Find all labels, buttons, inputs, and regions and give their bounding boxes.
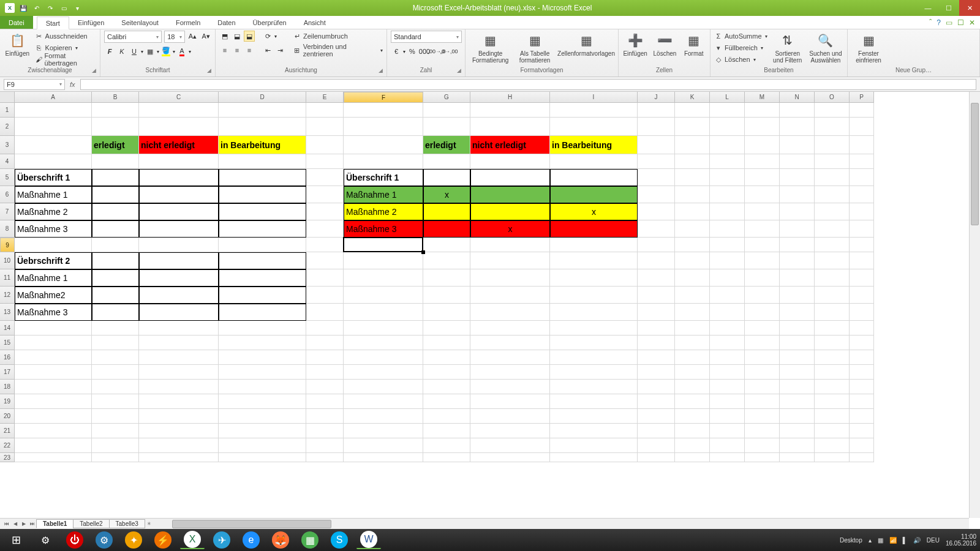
cell-O10[interactable] [815, 252, 850, 269]
font-color-button[interactable]: A [176, 46, 187, 57]
cell-J22[interactable] [638, 438, 675, 453]
cell-M6[interactable] [745, 186, 780, 203]
cell-O16[interactable] [815, 350, 850, 365]
cell-L6[interactable] [710, 186, 745, 203]
vscroll-thumb[interactable] [971, 103, 979, 225]
cell-I10[interactable] [550, 252, 638, 269]
cell-D13[interactable] [219, 304, 306, 321]
dialog-launcher-icon[interactable]: ◢ [379, 67, 383, 73]
cell-J18[interactable] [638, 380, 675, 394]
cell-H22[interactable] [470, 438, 550, 453]
cell-G12[interactable] [423, 287, 470, 304]
cell-P3[interactable] [850, 136, 874, 154]
cell-A6[interactable]: Maßnahme 1 [15, 186, 92, 203]
cell-C17[interactable] [139, 365, 219, 380]
sheet-last-icon[interactable]: ⏭ [28, 520, 37, 528]
cell-A22[interactable] [15, 438, 92, 453]
cell-O13[interactable] [815, 304, 850, 321]
cell-B3[interactable]: erledigt [92, 136, 139, 154]
tab-review[interactable]: Überprüfen [244, 16, 295, 29]
cell-M19[interactable] [745, 394, 780, 409]
taskbar-excel-icon[interactable]: X [184, 531, 201, 548]
cell-H21[interactable] [470, 424, 550, 438]
cell-P10[interactable] [850, 252, 874, 269]
cell-P17[interactable] [850, 365, 874, 380]
cell-G11[interactable] [423, 269, 470, 287]
cell-N22[interactable] [780, 438, 815, 453]
cell-K15[interactable] [675, 335, 710, 350]
cell-M23[interactable] [745, 453, 780, 462]
cell-A7[interactable]: Maßnahme 2 [15, 203, 92, 220]
cell-I19[interactable] [550, 394, 638, 409]
cell-C13[interactable] [139, 304, 219, 321]
sheet-tab-1[interactable]: Tabelle1 [36, 519, 74, 528]
delete-cells-button[interactable]: ➖Löschen [652, 31, 677, 57]
cell-M16[interactable] [745, 350, 780, 365]
cell-O12[interactable] [815, 287, 850, 304]
cell-F17[interactable] [344, 365, 423, 380]
align-top-button[interactable]: ⬒ [219, 31, 230, 42]
cell-E10[interactable] [306, 252, 344, 269]
tab-data[interactable]: Daten [209, 16, 244, 29]
cell-F8[interactable]: Maßnahme 3 [344, 220, 423, 238]
cell-H1[interactable] [470, 103, 550, 118]
cell-O11[interactable] [815, 269, 850, 287]
cell-F6[interactable]: Maßnahme 1 [344, 186, 423, 203]
col-header-I[interactable]: I [550, 92, 638, 103]
cell-E14[interactable] [306, 321, 344, 335]
cell-L4[interactable] [710, 154, 745, 169]
cell-G19[interactable] [423, 394, 470, 409]
cell-P9[interactable] [850, 238, 874, 252]
cell-C12[interactable] [139, 287, 219, 304]
tab-file[interactable]: Datei [0, 16, 33, 29]
cell-I2[interactable] [550, 118, 638, 136]
row-header-16[interactable]: 16 [0, 350, 15, 365]
tray-network-icon[interactable]: 📶 [889, 537, 897, 544]
cell-K9[interactable] [675, 238, 710, 252]
save-icon[interactable]: 💾 [18, 3, 28, 13]
cell-B2[interactable] [92, 118, 139, 136]
cell-O8[interactable] [815, 220, 850, 238]
cell-O23[interactable] [815, 453, 850, 462]
print-icon[interactable]: ▭ [59, 3, 69, 13]
shrink-font-button[interactable]: A▾ [200, 31, 211, 42]
cell-K16[interactable] [675, 350, 710, 365]
cell-L23[interactable] [710, 453, 745, 462]
col-header-G[interactable]: G [423, 92, 470, 103]
cell-K19[interactable] [675, 394, 710, 409]
grow-font-button[interactable]: A▴ [187, 31, 198, 42]
cell-D8[interactable] [219, 220, 306, 238]
tray-battery-icon[interactable]: ▌ [903, 537, 907, 544]
conditional-format-button[interactable]: ▦Bedingte Formatierung [469, 31, 511, 64]
find-select-button[interactable]: 🔍Suchen und Auswählen [808, 31, 843, 64]
cell-C15[interactable] [139, 335, 219, 350]
cell-C9[interactable] [139, 238, 219, 252]
cell-O3[interactable] [815, 136, 850, 154]
cell-P15[interactable] [850, 335, 874, 350]
increase-indent-button[interactable]: ⇥ [274, 45, 285, 56]
cell-D5[interactable] [219, 169, 306, 186]
cell-G4[interactable] [423, 154, 470, 169]
merge-center-button[interactable]: ⊞Verbinden und zentrieren▾ [293, 45, 383, 56]
row-header-15[interactable]: 15 [0, 335, 15, 350]
cell-N1[interactable] [780, 103, 815, 118]
cell-F12[interactable] [344, 287, 423, 304]
row-header-20[interactable]: 20 [0, 409, 15, 424]
cell-B9[interactable] [92, 238, 139, 252]
cell-E3[interactable] [306, 136, 344, 154]
col-header-J[interactable]: J [638, 92, 675, 103]
cell-F5[interactable]: Überschrift 1 [344, 169, 423, 186]
col-header-F[interactable]: F [344, 92, 423, 103]
cell-L14[interactable] [710, 321, 745, 335]
cell-J1[interactable] [638, 103, 675, 118]
cell-D17[interactable] [219, 365, 306, 380]
cell-F9[interactable] [344, 238, 423, 252]
cell-J21[interactable] [638, 424, 675, 438]
cell-L17[interactable] [710, 365, 745, 380]
dialog-launcher-icon[interactable]: ◢ [207, 67, 211, 73]
paste-button[interactable]: 📋 Einfügen [4, 31, 31, 57]
cell-D18[interactable] [219, 380, 306, 394]
cell-H23[interactable] [470, 453, 550, 462]
cell-K11[interactable] [675, 269, 710, 287]
cell-N13[interactable] [780, 304, 815, 321]
